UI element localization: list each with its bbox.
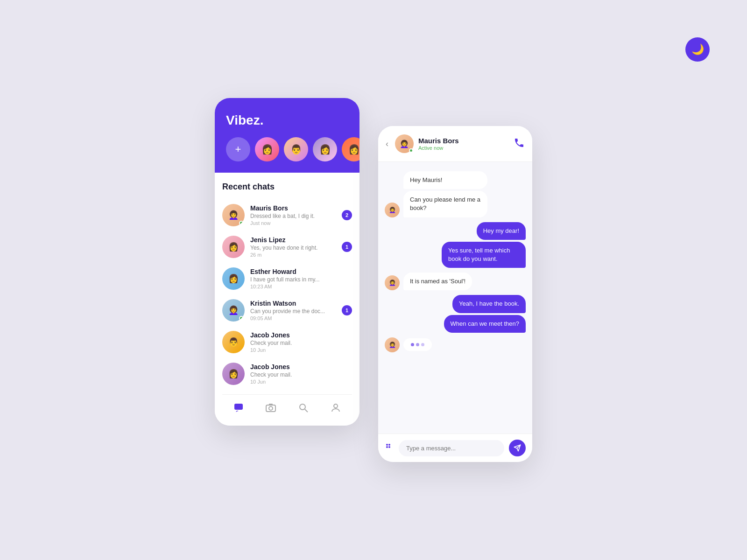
person-icon: 👩‍🦱 [389, 207, 396, 213]
message-group: It is named as 'Soul'! [403, 273, 472, 290]
message-group: Yeah, I have the book. When can we meet … [444, 295, 526, 332]
svg-point-7 [386, 444, 388, 446]
phone-body: Recent chats 👩‍🦱 Mauris Bors Dressed lik… [215, 173, 359, 426]
unread-badge: 2 [342, 210, 352, 220]
chat-time: 26 m [250, 252, 336, 258]
message-group: Hey Mauris! Can you please lend me a boo… [403, 171, 487, 217]
online-indicator [239, 221, 244, 225]
chat-name: Kristin Watson [250, 300, 336, 307]
message-bubble: Hey Mauris! [403, 171, 487, 189]
avatar: 👨 [222, 331, 245, 353]
chat-preview: Check your mail. [250, 340, 352, 346]
message-avatar: 👩‍🦱 [385, 203, 400, 217]
right-phone: ‹ 👩‍🦱 Mauris Bors Active now 👩‍🦱 [378, 126, 532, 462]
typing-indicator: 👩‍🦱 [385, 337, 526, 352]
message-input-area [378, 434, 532, 462]
chat-name: Mauris Bors [250, 204, 336, 212]
message-bubble: It is named as 'Soul'! [403, 273, 472, 290]
unread-badge: 1 [342, 305, 352, 315]
list-item[interactable]: 👩 Esther Howard I have got full marks in… [222, 263, 352, 294]
recent-chats-title: Recent chats [222, 182, 352, 192]
avatar: 👩 [222, 267, 245, 290]
message-row: Yeah, I have the book. When can we meet … [385, 295, 526, 332]
person-icon: 👩‍🦱 [389, 342, 396, 348]
svg-rect-0 [234, 404, 243, 410]
phone-header: Vibez. + 👩 👨 👩 👩 👩 [215, 98, 359, 173]
typing-dot-2 [416, 343, 419, 346]
chat-name: Jenis Lipez [250, 236, 336, 244]
message-row: 👩‍🦱 Hey Mauris! Can you please lend me a… [385, 171, 526, 217]
contact-avatar: 👩‍🦱 [395, 134, 414, 153]
nav-profile-icon[interactable] [330, 402, 341, 416]
typing-avatar: 👩‍🦱 [385, 337, 400, 352]
app-title: Vibez. [226, 113, 348, 128]
chat-name: Esther Howard [250, 268, 352, 275]
story-avatar-3[interactable]: 👩 [313, 137, 337, 161]
svg-point-2 [269, 406, 273, 410]
chat-name: Jacob Jones [250, 331, 352, 339]
story-avatar-2[interactable]: 👨 [284, 137, 308, 161]
chat-info: Jacob Jones Check your mail. 10 Jun [250, 363, 352, 385]
chat-info: Esther Howard I have got full marks in m… [250, 268, 352, 289]
svg-point-8 [388, 444, 390, 446]
list-item[interactable]: 👩 Jacob Jones Check your mail. 10 Jun [222, 358, 352, 390]
moon-icon: 🌙 [691, 43, 704, 56]
chat-time: Just now [250, 220, 336, 226]
person-icon: 👩‍🦱 [389, 280, 396, 286]
nav-search-icon[interactable] [298, 402, 309, 416]
call-button[interactable] [514, 137, 525, 151]
message-avatar: 👩‍🦱 [385, 275, 400, 290]
list-item[interactable]: 👨 Jacob Jones Check your mail. 10 Jun [222, 326, 352, 358]
message-bubble: Yeah, I have the book. [452, 295, 526, 313]
message-bubble: Hey my dear! [477, 222, 526, 240]
story-avatar-1[interactable]: 👩 [255, 137, 279, 161]
message-bubble: Can you please lend me a book? [403, 191, 487, 217]
dark-mode-button[interactable]: 🌙 [685, 37, 710, 62]
story-avatar-4[interactable]: 👩 [342, 137, 359, 161]
nav-camera-icon[interactable] [265, 402, 276, 416]
attachment-icon[interactable] [385, 442, 394, 454]
message-bubble: Yes sure, tell me which book do you want… [442, 242, 526, 268]
person-icon: 👩‍🦱 [228, 210, 239, 220]
chat-info: Jacob Jones Check your mail. 10 Jun [250, 331, 352, 353]
message-input[interactable] [399, 440, 504, 456]
list-item[interactable]: 👩 Jenis Lipez Yes, you have done it righ… [222, 231, 352, 263]
person-icon: 👨 [228, 337, 239, 347]
chat-time: 10 Jun [250, 347, 352, 353]
left-phone: Vibez. + 👩 👨 👩 👩 👩 [215, 98, 359, 426]
add-story-button[interactable]: + [226, 137, 250, 161]
avatar: 👩‍🦱 [222, 299, 245, 322]
list-item[interactable]: 👩‍🦱 Mauris Bors Dressed like a bat, I di… [222, 199, 352, 231]
chat-info: Jenis Lipez Yes, you have done it right.… [250, 236, 336, 258]
avatar: 👩 [222, 363, 245, 385]
stories-row: + 👩 👨 👩 👩 👩 [226, 137, 348, 161]
contact-status: Active now [418, 145, 509, 151]
chat-time: 10 Jun [250, 379, 352, 385]
bottom-nav [222, 394, 352, 426]
svg-point-4 [300, 404, 305, 410]
send-button[interactable] [509, 440, 526, 456]
svg-line-5 [305, 409, 308, 412]
chat-info: Mauris Bors Dressed like a bat, I dig it… [250, 204, 336, 226]
svg-rect-3 [269, 404, 273, 406]
person-icon: 👩 [319, 144, 331, 155]
nav-chats-icon[interactable] [233, 402, 244, 416]
person-icon: 👩‍🦱 [400, 140, 409, 148]
plus-icon: + [235, 143, 241, 155]
typing-dot-1 [411, 343, 414, 346]
avatar: 👩 [222, 236, 245, 258]
chat-time: 09:05 AM [250, 315, 336, 321]
svg-point-9 [386, 446, 388, 448]
online-indicator [409, 148, 413, 153]
avatar: 👩‍🦱 [222, 204, 245, 226]
unread-badge: 1 [342, 242, 352, 252]
back-button[interactable]: ‹ [386, 139, 388, 149]
person-icon: 👩‍🦱 [228, 305, 239, 315]
contact-name: Mauris Bors [418, 137, 509, 145]
contact-info: Mauris Bors Active now [418, 137, 509, 151]
list-item[interactable]: 👩‍🦱 Kristin Watson Can you provide me th… [222, 294, 352, 326]
svg-point-6 [334, 404, 338, 408]
chat-name: Jacob Jones [250, 363, 352, 371]
person-icon: 👩 [261, 144, 273, 155]
person-icon: 👩 [228, 369, 239, 379]
